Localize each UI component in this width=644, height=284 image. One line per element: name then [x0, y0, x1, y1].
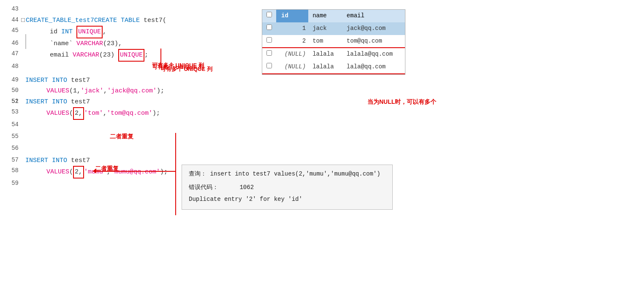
- line-number: 50: [3, 86, 19, 96]
- row-checkbox[interactable]: [266, 24, 272, 30]
- keyword-int: INT: [61, 27, 73, 38]
- keyword-unique: UNIQUE: [78, 28, 101, 35]
- line-number: 57: [3, 155, 19, 165]
- row-checkbox[interactable]: [266, 50, 272, 56]
- value-2-box-1: 2,: [73, 107, 84, 120]
- keyword-into3: INTO: [52, 155, 67, 166]
- line-number: 58: [3, 166, 19, 176]
- keyword-into2: INTO: [52, 97, 67, 108]
- keyword-values3: VALUES: [46, 167, 69, 178]
- cell-id-null: (NULL): [276, 48, 308, 61]
- cell-id: 2: [276, 35, 308, 48]
- null-annotation: 当为NULL时，可以有多个: [367, 97, 436, 107]
- line-number: 46: [3, 38, 19, 49]
- keyword-varchar: VARCHAR: [76, 38, 103, 49]
- keyword-into1: INTO: [52, 75, 67, 86]
- line-number: 55: [3, 132, 19, 142]
- cell-email: jack@qq.com: [342, 22, 405, 35]
- cell-name: tom: [308, 35, 342, 48]
- cell-email: lala@qq.com: [342, 61, 405, 74]
- string-tom: 'tom': [84, 108, 103, 119]
- line-number: 47: [3, 49, 19, 59]
- line-number: 49: [3, 75, 19, 85]
- error-message: Duplicate entry '2' for key 'id': [189, 195, 386, 205]
- table-row: 2 tom tom@qq.com: [262, 35, 405, 48]
- arrow-vertical: [175, 133, 176, 215]
- line-number: 52: [3, 97, 19, 107]
- table-header-row: id name email: [262, 10, 405, 22]
- string-jack-email: 'jack@qq.com': [107, 86, 157, 97]
- table-row-null: (NULL) lalala lalala@qq.com: [262, 48, 405, 61]
- duplicate-annotation-label: 二者重复: [95, 164, 119, 174]
- unique-arrow-v: [160, 49, 161, 65]
- cell-id: 1: [276, 22, 308, 35]
- unique-box-1: UNIQUE: [76, 26, 103, 38]
- code-line-49: 49 INSERT INTO test7: [21, 75, 644, 86]
- value-2-box-2: 2,: [73, 166, 84, 179]
- unique-annotation-label: 可有多个 UNIQUE 列: [160, 65, 212, 74]
- row-checkbox[interactable]: [266, 37, 272, 43]
- keyword-values1: VALUES: [46, 86, 69, 97]
- keyword-table: TABLE: [121, 15, 140, 26]
- table-row: 1 jack jack@qq.com: [262, 22, 405, 35]
- col-header-name: name: [308, 10, 342, 22]
- error-code-label: 错误代码：: [189, 184, 218, 191]
- table-row-null: (NULL) lalala lala@qq.com: [262, 61, 405, 74]
- cell-name: jack: [308, 22, 342, 35]
- collapse-icon: □: [21, 15, 25, 26]
- result-table-popup: id name email 1 jack jack@qq.com 2 tom: [262, 9, 405, 75]
- row-checkbox[interactable]: [266, 63, 272, 68]
- error-query: 查询： insert into test7 values(2,'mumu','m…: [189, 169, 386, 179]
- line-number: 53: [3, 107, 19, 117]
- col-header-email: email: [342, 10, 405, 22]
- keyword-create: CREATE: [94, 15, 117, 26]
- line-number: 43: [3, 4, 19, 14]
- keyword-varchar2: VARCHAR: [73, 50, 99, 61]
- error-code-line: 错误代码： 1062: [189, 183, 386, 193]
- code-line-54: 54: [21, 120, 644, 132]
- cell-name: lalala: [308, 48, 342, 61]
- keyword-values2: VALUES: [46, 108, 69, 119]
- header-checkbox-cell: [262, 10, 276, 22]
- code-line-55: 55 二者重复: [21, 132, 644, 143]
- line-number: 48: [3, 62, 19, 72]
- cell-name: lalala: [308, 61, 342, 74]
- line-number: 44: [3, 15, 19, 25]
- string-jack: 'jack': [81, 86, 103, 97]
- keyword-insert1: INSERT: [25, 75, 48, 86]
- header-checkbox[interactable]: [266, 12, 272, 17]
- code-line-50: 50 VALUES (1, 'jack' , 'jack@qq.com' );: [21, 86, 644, 97]
- code-line-52: 52 INSERT INTO test7: [21, 97, 644, 108]
- keyword-insert3: INSERT: [25, 155, 48, 166]
- line-number: 59: [3, 179, 19, 189]
- line-number: 45: [3, 26, 19, 36]
- col-header-id: id: [276, 10, 308, 22]
- line-number: 56: [3, 143, 19, 154]
- unique-box-2: UNIQUE: [118, 49, 144, 62]
- line-number: 54: [3, 120, 19, 130]
- cell-id-null: (NULL): [276, 61, 308, 74]
- error-popup: 查询： insert into test7 values(2,'mumu','m…: [182, 165, 393, 210]
- keyword-create: CREATE_TABLE_test7: [26, 15, 94, 26]
- cell-email: tom@qq.com: [342, 35, 405, 48]
- string-tom-email: 'tom@qq.com': [107, 108, 152, 119]
- code-line-56: 56: [21, 143, 644, 155]
- result-table: id name email 1 jack jack@qq.com 2 tom: [262, 10, 405, 74]
- duplicate-annotation: 二者重复: [110, 132, 133, 142]
- keyword-unique2: UNIQUE: [120, 51, 143, 59]
- cell-email: lalala@qq.com: [342, 48, 405, 61]
- keyword-insert2: INSERT: [25, 97, 48, 108]
- error-code-value: 1062: [239, 184, 254, 191]
- code-line-53: 53 VALUES ( 2, 'tom' , 'tom@qq.com' );: [21, 107, 644, 120]
